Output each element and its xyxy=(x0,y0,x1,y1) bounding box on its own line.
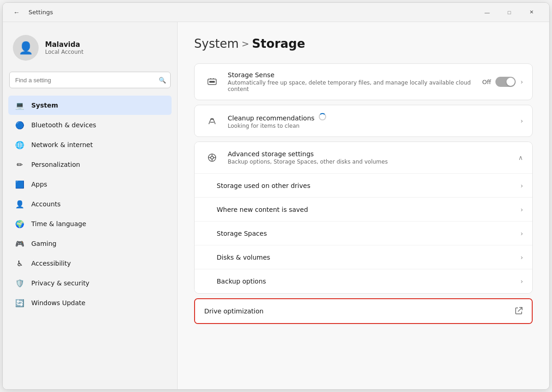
sidebar-item-accounts[interactable]: 👤 Accounts xyxy=(8,194,172,214)
breadcrumb-system: System xyxy=(194,37,239,51)
storage-sense-subtitle: Automatically free up space, delete temp… xyxy=(228,80,482,92)
sub-row-disks-volumes[interactable]: Disks & volumes › xyxy=(195,245,532,269)
svg-point-5 xyxy=(211,156,213,159)
sidebar-item-time-label: Time & language xyxy=(31,220,86,227)
storage-sense-chevron: › xyxy=(520,78,523,85)
advanced-storage-icon xyxy=(204,149,220,166)
search-icon: 🔍 xyxy=(159,77,166,84)
storage-sense-icon xyxy=(204,74,220,90)
advanced-storage-text: Advanced storage settings Backup options… xyxy=(228,150,518,165)
advanced-storage-card: Advanced storage settings Backup options… xyxy=(194,142,533,294)
sidebar-item-personalization[interactable]: ✏️ Personalization xyxy=(8,155,172,174)
content-area: 👤 Malavida Local Account 🔍 💻 System xyxy=(3,22,549,389)
system-icon: 💻 xyxy=(15,100,25,110)
accessibility-icon: ♿ xyxy=(15,258,25,268)
cleanup-title: Cleanup recommendations xyxy=(228,113,520,122)
window-controls: — □ ✕ xyxy=(477,5,542,20)
sub-row-backup-options-label: Backup options xyxy=(217,278,520,285)
sidebar-item-bluetooth[interactable]: 🔵 Bluetooth & devices xyxy=(8,115,172,135)
avatar-icon: 👤 xyxy=(18,41,33,55)
cleanup-right: › xyxy=(520,117,523,125)
avatar: 👤 xyxy=(13,35,39,61)
user-subtitle: Local Account xyxy=(45,49,83,55)
search-input[interactable] xyxy=(9,72,171,88)
sidebar-item-accessibility-label: Accessibility xyxy=(31,260,71,267)
drive-optimization-external-icon xyxy=(515,307,523,316)
advanced-storage-right: ∧ xyxy=(518,154,523,161)
sub-row-storage-spaces[interactable]: Storage Spaces › xyxy=(195,222,532,245)
user-profile: 👤 Malavida Local Account xyxy=(6,29,173,70)
sub-row-disks-volumes-label: Disks & volumes xyxy=(217,254,520,261)
storage-sense-right: Off › xyxy=(482,77,523,87)
user-name: Malavida xyxy=(45,40,83,49)
network-icon: 🌐 xyxy=(15,140,25,150)
sidebar-item-gaming[interactable]: 🎮 Gaming xyxy=(8,234,172,253)
minimize-button[interactable]: — xyxy=(477,5,498,20)
accounts-icon: 👤 xyxy=(15,199,25,209)
breadcrumb-separator: > xyxy=(242,38,249,49)
sidebar-item-accessibility[interactable]: ♿ Accessibility xyxy=(8,254,172,273)
advanced-storage-title: Advanced storage settings xyxy=(228,150,518,158)
nav-menu: 💻 System 🔵 Bluetooth & devices 🌐 Network… xyxy=(6,96,173,312)
svg-rect-1 xyxy=(209,81,215,83)
main-content: System > Storage xyxy=(178,22,549,389)
sub-row-storage-spaces-label: Storage Spaces xyxy=(217,230,520,237)
sidebar-item-apps-label: Apps xyxy=(31,181,47,188)
storage-sense-text: Storage Sense Automatically free up spac… xyxy=(228,71,482,92)
cleanup-card: Cleanup recommendations Looking for item… xyxy=(194,105,533,137)
sidebar-item-time[interactable]: 🌍 Time & language xyxy=(8,214,172,233)
cleanup-row[interactable]: Cleanup recommendations Looking for item… xyxy=(195,105,532,136)
sidebar-item-privacy-label: Privacy & security xyxy=(31,279,89,287)
search-box: 🔍 xyxy=(9,72,171,88)
breadcrumb-current: Storage xyxy=(252,37,305,51)
advanced-storage-chevron: ∧ xyxy=(518,154,523,161)
back-button[interactable]: ← xyxy=(10,6,23,19)
storage-sense-row[interactable]: Storage Sense Automatically free up spac… xyxy=(195,64,532,100)
cleanup-subtitle: Looking for items to clean xyxy=(228,123,520,129)
drive-optimization-card: Drive optimization xyxy=(194,298,533,324)
sub-row-storage-spaces-chevron: › xyxy=(520,230,523,237)
windows-update-icon: 🔄 xyxy=(15,298,25,308)
sub-row-backup-options-chevron: › xyxy=(520,278,523,285)
apps-icon: 🟦 xyxy=(15,179,25,189)
svg-line-10 xyxy=(518,307,522,312)
cleanup-text: Cleanup recommendations Looking for item… xyxy=(228,113,520,129)
privacy-icon: 🛡️ xyxy=(15,278,25,288)
cleanup-spinner xyxy=(319,113,326,120)
sub-row-other-drives-chevron: › xyxy=(520,182,523,189)
sidebar-item-personalization-label: Personalization xyxy=(31,161,80,168)
sidebar-item-network[interactable]: 🌐 Network & internet xyxy=(8,135,172,154)
storage-sense-title: Storage Sense xyxy=(228,71,482,79)
sidebar-item-system-label: System xyxy=(31,102,58,109)
bluetooth-icon: 🔵 xyxy=(15,120,25,130)
sub-row-new-content-chevron: › xyxy=(520,206,523,213)
sidebar-item-privacy[interactable]: 🛡️ Privacy & security xyxy=(8,273,172,293)
storage-sense-toggle[interactable] xyxy=(495,77,516,87)
storage-sense-card: Storage Sense Automatically free up spac… xyxy=(194,63,533,100)
cleanup-chevron: › xyxy=(520,117,523,125)
drive-optimization-row[interactable]: Drive optimization xyxy=(195,299,532,323)
breadcrumb: System > Storage xyxy=(194,37,533,51)
sub-row-backup-options[interactable]: Backup options › xyxy=(195,269,532,293)
sidebar-item-windows-update-label: Windows Update xyxy=(31,299,86,307)
sidebar-item-system[interactable]: 💻 System xyxy=(8,96,172,115)
advanced-storage-header[interactable]: Advanced storage settings Backup options… xyxy=(195,142,532,174)
maximize-button[interactable]: □ xyxy=(499,5,520,20)
sidebar-item-bluetooth-label: Bluetooth & devices xyxy=(31,121,96,129)
sub-row-new-content[interactable]: Where new content is saved › xyxy=(195,198,532,222)
sidebar-item-network-label: Network & internet xyxy=(31,141,93,148)
drive-optimization-label: Drive optimization xyxy=(204,307,515,315)
sidebar: 👤 Malavida Local Account 🔍 💻 System xyxy=(3,22,178,389)
page-header: System > Storage xyxy=(194,37,533,51)
storage-sense-toggle-label: Off xyxy=(482,79,491,85)
sidebar-item-apps[interactable]: 🟦 Apps xyxy=(8,175,172,194)
sub-row-other-drives-label: Storage used on other drives xyxy=(217,182,520,189)
titlebar: ← Settings — □ ✕ xyxy=(3,3,549,22)
cleanup-icon xyxy=(204,113,220,129)
sidebar-item-gaming-label: Gaming xyxy=(31,240,57,247)
sub-row-disks-volumes-chevron: › xyxy=(520,254,523,261)
sidebar-item-windows-update[interactable]: 🔄 Windows Update xyxy=(8,293,172,312)
close-button[interactable]: ✕ xyxy=(521,5,542,20)
sub-row-other-drives[interactable]: Storage used on other drives › xyxy=(195,174,532,198)
window-title: Settings xyxy=(29,9,471,16)
